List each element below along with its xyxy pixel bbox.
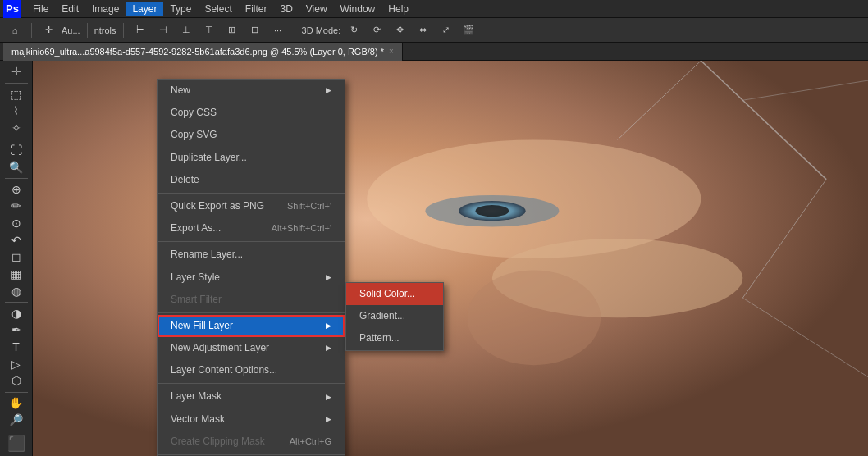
menu-item-smart-filter: Smart Filter (158, 289, 345, 311)
toolbar-move[interactable]: ✛ (39, 21, 58, 40)
menu-file[interactable]: File (26, 2, 55, 16)
toolbar-sep-3 (123, 23, 124, 38)
menu-item-copy-svg[interactable]: Copy SVG (158, 124, 345, 146)
tab-bar: majkinio69_ultra...a9984f5a-d557-4592-92… (0, 43, 868, 61)
menu-item-delete[interactable]: Delete (158, 169, 345, 191)
tool-pen[interactable]: ✒ (3, 322, 30, 338)
toolbar: ⌂ ✛ Au... ntrols ⊢ ⊣ ⊥ ⊤ ⊞ ⊟ ··· 3D Mode… (0, 18, 868, 43)
toolbar-3d-slide[interactable]: ⇔ (413, 21, 432, 40)
menu-sep-4 (158, 383, 345, 384)
tool-spot-heal[interactable]: ⊕ (3, 181, 30, 197)
tool-eraser[interactable]: ◻ (3, 249, 30, 265)
toolbar-controls-label: ntrols (94, 25, 116, 35)
svg-point-4 (476, 205, 509, 217)
tool-shape[interactable]: ⬡ (3, 373, 30, 389)
tool-path-select[interactable]: ▷ (3, 356, 30, 372)
menu-item-duplicate-layer[interactable]: Duplicate Layer... (158, 147, 345, 169)
menu-item-layer-content-options[interactable]: Layer Content Options... (158, 359, 345, 381)
tool-gradient[interactable]: ▦ (3, 267, 30, 282)
toolbar-align-middle[interactable]: ⊞ (222, 21, 242, 40)
menu-sep-5 (158, 454, 345, 455)
layer-dropdown-menu: New Copy CSS Copy SVG Duplicate Layer...… (157, 79, 345, 456)
tool-type[interactable]: T (3, 340, 30, 355)
tool-sep-4 (5, 302, 28, 303)
toolbar-3d-rotate[interactable]: ↻ (344, 21, 363, 40)
submenu-item-pattern[interactable]: Pattern... (346, 327, 443, 349)
app-logo: Ps (3, 0, 21, 18)
menu-item-new[interactable]: New (158, 80, 345, 102)
toolbar-sep-1 (31, 23, 32, 38)
toolbar-align-top[interactable]: ⊤ (199, 21, 219, 40)
menu-filter[interactable]: Filter (239, 2, 274, 16)
tool-sep-1 (5, 83, 28, 84)
submenu-item-gradient[interactable]: Gradient... (346, 305, 443, 327)
toolbar-align-bottom[interactable]: ⊟ (245, 21, 265, 40)
menu-item-new-adjustment-layer[interactable]: New Adjustment Layer (158, 337, 345, 359)
tool-blur[interactable]: ◍ (3, 283, 30, 299)
tool-zoom[interactable]: 🔎 (3, 413, 30, 428)
toolbar-align-left[interactable]: ⊢ (130, 21, 150, 40)
tool-sep-6 (5, 431, 28, 431)
menu-window[interactable]: Window (334, 2, 382, 16)
tool-sep-2 (5, 139, 28, 139)
toolbar-auto-label: Au... (62, 25, 80, 35)
document-tab[interactable]: majkinio69_ultra...a9984f5a-d557-4592-92… (3, 43, 403, 61)
tab-filename: majkinio69_ultra...a9984f5a-d557-4592-92… (11, 47, 384, 57)
menu-edit[interactable]: Edit (55, 2, 85, 16)
tool-dodge[interactable]: ◑ (3, 305, 30, 321)
toolbar-sep-4 (295, 23, 295, 38)
menu-item-rename-layer[interactable]: Rename Layer... (158, 244, 345, 266)
tool-history[interactable]: ↶ (3, 232, 30, 248)
menu-item-layer-style[interactable]: Layer Style (158, 267, 345, 289)
toolbar-3d-scale[interactable]: ⤢ (436, 21, 455, 40)
menu-sep-2 (158, 241, 345, 242)
menu-item-export-as[interactable]: Export As... Alt+Shift+Ctrl+' (158, 217, 345, 239)
menu-item-new-fill-layer[interactable]: New Fill Layer (158, 315, 345, 337)
menu-view[interactable]: View (299, 2, 334, 16)
tool-stamp[interactable]: ⊙ (3, 216, 30, 231)
tool-lasso[interactable]: ⌇ (3, 103, 30, 119)
tool-move[interactable]: ✛ (3, 64, 30, 80)
toolbar-3d-roll[interactable]: ⟳ (367, 21, 386, 40)
toolbar-sep-2 (87, 23, 88, 38)
tool-brush[interactable]: ✏ (3, 198, 30, 214)
tool-hand[interactable]: ✋ (3, 395, 30, 411)
menu-item-copy-css[interactable]: Copy CSS (158, 102, 345, 124)
svg-point-6 (467, 270, 601, 365)
menu-item-quick-export[interactable]: Quick Export as PNG Shift+Ctrl+' (158, 195, 345, 217)
submenu-item-solid-color[interactable]: Solid Color... (346, 283, 443, 305)
tool-panel: ✛ ⬚ ⌇ ✧ ⛶ 🔍 ⊕ ✏ ⊙ ↶ ◻ ▦ ◍ ◑ ✒ T ▷ ⬡ ✋ 🔎 … (0, 61, 33, 456)
menu-layer[interactable]: Layer (126, 2, 163, 16)
menu-sep-1 (158, 193, 345, 194)
canvas-area: New Copy CSS Copy SVG Duplicate Layer...… (33, 61, 868, 456)
toolbar-align-center[interactable]: ⊣ (153, 21, 173, 40)
toolbar-camera[interactable]: 🎬 (459, 21, 478, 40)
main-area: ✛ ⬚ ⌇ ✧ ⛶ 🔍 ⊕ ✏ ⊙ ↶ ◻ ▦ ◍ ◑ ✒ T ▷ ⬡ ✋ 🔎 … (0, 61, 868, 456)
menu-item-vector-mask[interactable]: Vector Mask (158, 408, 345, 431)
toolbar-home[interactable]: ⌂ (5, 21, 25, 40)
menu-image[interactable]: Image (85, 2, 126, 16)
menu-3d[interactable]: 3D (273, 2, 299, 16)
menu-type[interactable]: Type (163, 2, 198, 16)
fill-layer-submenu: Solid Color... Gradient... Pattern... (345, 282, 444, 351)
toolbar-align-right[interactable]: ⊥ (176, 21, 196, 40)
menu-bar: Ps File Edit Image Layer Type Select Fil… (0, 0, 868, 18)
menu-help[interactable]: Help (381, 2, 415, 16)
tool-eyedropper[interactable]: 🔍 (3, 159, 30, 175)
toolbar-3d-pan[interactable]: ✥ (390, 21, 409, 40)
tool-crop[interactable]: ⛶ (3, 143, 30, 158)
tool-sep-5 (5, 392, 28, 393)
tool-foreground-color[interactable]: ⬛ (3, 435, 30, 453)
menu-sep-3 (158, 312, 345, 313)
toolbar-more[interactable]: ··· (268, 21, 288, 40)
tool-magic-wand[interactable]: ✧ (3, 120, 30, 135)
tab-close[interactable]: × (389, 47, 394, 56)
tool-sep-3 (5, 178, 28, 179)
toolbar-3d-mode: 3D Mode: (302, 25, 341, 35)
menu-item-layer-mask[interactable]: Layer Mask (158, 385, 345, 408)
menu-item-create-clipping-mask: Create Clipping Mask Alt+Ctrl+G (158, 431, 345, 453)
menu-select[interactable]: Select (198, 2, 238, 16)
tool-marquee[interactable]: ⬚ (3, 86, 30, 102)
